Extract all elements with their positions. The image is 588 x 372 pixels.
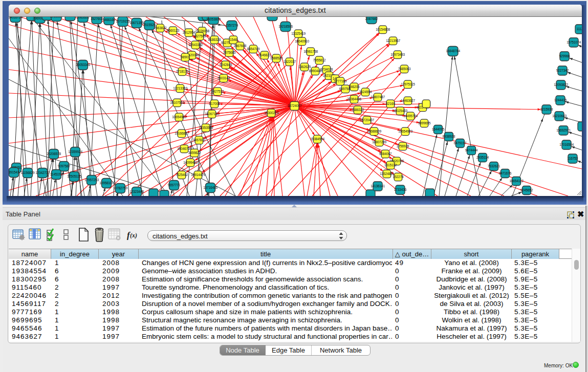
svg-text:18807289: 18807289 bbox=[372, 140, 386, 144]
svg-text:10046708: 10046708 bbox=[177, 147, 191, 150]
svg-text:3912954: 3912954 bbox=[183, 31, 195, 34]
svg-text:9327509: 9327509 bbox=[193, 34, 206, 38]
svg-text:12213363: 12213363 bbox=[173, 86, 187, 90]
svg-text:18267130: 18267130 bbox=[205, 112, 219, 116]
svg-text:10025433: 10025433 bbox=[393, 109, 407, 113]
svg-text:19654923: 19654923 bbox=[398, 129, 412, 133]
svg-text:18640910: 18640910 bbox=[295, 39, 309, 43]
svg-text:16053809: 16053809 bbox=[206, 17, 221, 21]
svg-text:19384554: 19384554 bbox=[310, 137, 324, 141]
svg-text:8660123: 8660123 bbox=[167, 29, 180, 32]
svg-text:116753: 116753 bbox=[568, 157, 578, 160]
svg-text:9245652: 9245652 bbox=[520, 188, 533, 192]
svg-text:7386322: 7386322 bbox=[352, 108, 364, 112]
svg-text:8471676: 8471676 bbox=[499, 171, 512, 175]
svg-text:10653267: 10653267 bbox=[63, 17, 77, 17]
svg-text:16848784: 16848784 bbox=[446, 49, 460, 53]
svg-text:9657771: 9657771 bbox=[168, 183, 181, 187]
svg-text:(x): (x) bbox=[130, 232, 137, 239]
svg-text:1527602: 1527602 bbox=[91, 17, 103, 20]
svg-text:14055724: 14055724 bbox=[9, 17, 23, 19]
svg-text:9097587: 9097587 bbox=[58, 164, 71, 168]
svg-text:3457832: 3457832 bbox=[193, 138, 206, 142]
svg-text:1588520: 1588520 bbox=[270, 56, 283, 60]
svg-text:2603144: 2603144 bbox=[217, 76, 230, 80]
svg-text:14463627: 14463627 bbox=[401, 99, 415, 102]
svg-text:8454749: 8454749 bbox=[247, 47, 260, 51]
svg-text:9146821: 9146821 bbox=[258, 53, 271, 57]
svg-text:20206578: 20206578 bbox=[47, 152, 61, 156]
svg-text:19218506: 19218506 bbox=[278, 25, 293, 28]
svg-text:1362625: 1362625 bbox=[298, 65, 311, 69]
svg-text:12093822: 12093822 bbox=[554, 83, 568, 86]
svg-text:20053346: 20053346 bbox=[76, 63, 90, 67]
svg-text:3624554: 3624554 bbox=[359, 90, 372, 94]
svg-text:1065326: 1065326 bbox=[77, 17, 90, 19]
svg-text:13716485: 13716485 bbox=[203, 186, 217, 189]
svg-text:16210643: 16210643 bbox=[552, 114, 567, 118]
svg-text:1145193: 1145193 bbox=[50, 172, 62, 176]
svg-text:2718170: 2718170 bbox=[176, 70, 189, 73]
svg-text:7955812: 7955812 bbox=[313, 58, 326, 62]
svg-text:1546: 1546 bbox=[230, 38, 237, 41]
svg-text:12353594: 12353594 bbox=[199, 126, 213, 129]
svg-text:14495784: 14495784 bbox=[403, 114, 418, 118]
svg-text:9474444: 9474444 bbox=[465, 148, 478, 152]
svg-text:1322037: 1322037 bbox=[284, 60, 296, 63]
svg-text:2867608: 2867608 bbox=[234, 44, 247, 48]
svg-text:1615112: 1615112 bbox=[384, 163, 397, 167]
svg-text:929966: 929966 bbox=[559, 54, 570, 58]
svg-text:10807487: 10807487 bbox=[371, 95, 385, 99]
svg-text:12213967: 12213967 bbox=[386, 39, 400, 42]
svg-text:1244415: 1244415 bbox=[554, 98, 567, 102]
svg-text:6734028: 6734028 bbox=[320, 68, 333, 71]
svg-text:10654112: 10654112 bbox=[509, 179, 524, 183]
svg-text:817006: 817006 bbox=[209, 102, 220, 105]
svg-text:10958107: 10958107 bbox=[99, 181, 114, 185]
svg-text:3215938: 3215938 bbox=[540, 107, 553, 111]
svg-text:14136141: 14136141 bbox=[371, 184, 385, 188]
svg-text:7357274: 7357274 bbox=[226, 24, 238, 27]
svg-text:10782759: 10782759 bbox=[113, 186, 127, 190]
svg-text:9899695: 9899695 bbox=[418, 121, 431, 125]
svg-text:8938928: 8938928 bbox=[443, 135, 455, 138]
svg-text:3875685: 3875685 bbox=[223, 51, 236, 54]
svg-text:12323448: 12323448 bbox=[129, 190, 144, 193]
svg-text:10688609: 10688609 bbox=[367, 129, 381, 133]
svg-text:16961758: 16961758 bbox=[303, 50, 318, 53]
svg-text:8186328: 8186328 bbox=[208, 38, 221, 41]
svg-text:98901: 98901 bbox=[181, 55, 190, 59]
svg-text:1965332: 1965332 bbox=[50, 17, 63, 18]
svg-text:17016504: 17016504 bbox=[559, 143, 574, 146]
svg-text:13325419: 13325419 bbox=[291, 32, 306, 35]
svg-text:17975115: 17975115 bbox=[401, 82, 415, 86]
svg-text:10154808: 10154808 bbox=[376, 28, 390, 31]
svg-text:7663822: 7663822 bbox=[154, 26, 167, 30]
svg-text:6479197: 6479197 bbox=[454, 141, 467, 145]
svg-text:152274: 152274 bbox=[393, 175, 404, 179]
svg-text:7625402: 7625402 bbox=[176, 173, 188, 177]
svg-text:18724007: 18724007 bbox=[288, 104, 302, 107]
svg-text:9242845: 9242845 bbox=[220, 63, 232, 67]
svg-text:6466160: 6466160 bbox=[103, 18, 116, 21]
svg-text:12505135: 12505135 bbox=[67, 174, 81, 178]
svg-text:9084067: 9084067 bbox=[379, 152, 392, 156]
svg-text:1733436: 1733436 bbox=[394, 188, 407, 191]
svg-text:746206: 746206 bbox=[349, 85, 360, 89]
svg-text:3459822: 3459822 bbox=[188, 151, 201, 155]
svg-text:10654982: 10654982 bbox=[172, 115, 186, 119]
svg-text:62160: 62160 bbox=[386, 102, 395, 105]
svg-text:1644095: 1644095 bbox=[432, 127, 445, 131]
svg-text:12342737: 12342737 bbox=[35, 171, 50, 174]
svg-text:11156829: 11156829 bbox=[21, 171, 35, 174]
svg-text:19166827: 19166827 bbox=[175, 132, 189, 135]
svg-text:1756928: 1756928 bbox=[397, 144, 409, 148]
svg-text:13524851: 13524851 bbox=[380, 172, 394, 176]
svg-text:16914479: 16914479 bbox=[191, 173, 205, 177]
svg-text:15751074: 15751074 bbox=[567, 40, 581, 44]
svg-text:1112: 1112 bbox=[577, 27, 582, 31]
svg-text:391541: 391541 bbox=[9, 170, 19, 174]
svg-text:15720407: 15720407 bbox=[360, 118, 374, 122]
svg-text:10973493: 10973493 bbox=[390, 53, 405, 56]
svg-text:9227342: 9227342 bbox=[556, 69, 569, 72]
